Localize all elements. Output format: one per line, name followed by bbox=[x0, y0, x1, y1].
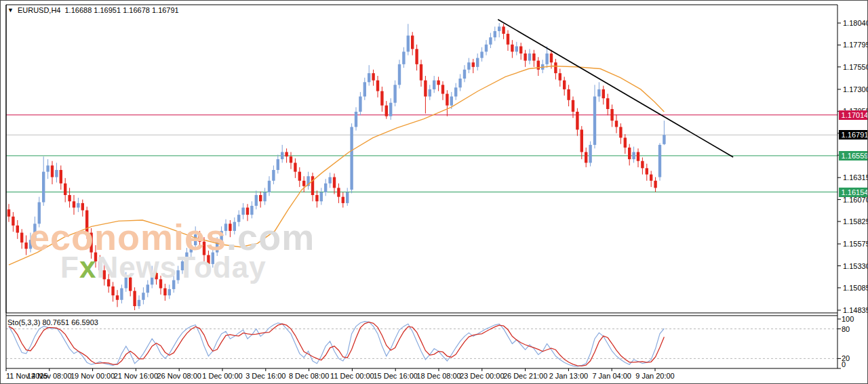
chart-window: ▼ EURUSD,H4 1.16688 1.16951 1.16678 1.16… bbox=[0, 0, 868, 384]
candle-body bbox=[632, 152, 635, 160]
date-axis-label: 26 Nov 08:00 bbox=[157, 372, 201, 380]
candle-body bbox=[94, 253, 97, 261]
candle-body bbox=[7, 209, 10, 217]
candle-body bbox=[233, 222, 236, 231]
moving-average-line bbox=[9, 66, 664, 265]
candle-body bbox=[298, 172, 301, 181]
candle-body bbox=[515, 46, 518, 51]
candle-body bbox=[485, 45, 488, 52]
date-axis-label: 14 Nov 08:00 bbox=[27, 372, 71, 380]
level-lines bbox=[6, 115, 837, 192]
chart-title-symbol: EURUSD,H4 bbox=[18, 6, 61, 14]
candle-body bbox=[480, 51, 483, 58]
candle-body bbox=[29, 240, 32, 249]
candle-body bbox=[38, 202, 41, 224]
candle-body bbox=[663, 135, 665, 144]
price-axis-label: 1.15085 bbox=[843, 284, 868, 292]
candle-body bbox=[159, 279, 162, 288]
candle-body bbox=[355, 112, 357, 127]
candle-body bbox=[350, 127, 353, 190]
price-axis-label: 1.17795 bbox=[843, 41, 868, 49]
candle-body bbox=[190, 245, 193, 253]
candle-body bbox=[185, 253, 188, 261]
candle-body bbox=[46, 165, 49, 171]
candle-body bbox=[73, 201, 75, 207]
candle-body bbox=[589, 145, 591, 163]
candle-body bbox=[511, 45, 513, 52]
date-axis-label: 2 Jan 13:00 bbox=[549, 372, 589, 380]
candle-body bbox=[559, 73, 561, 81]
candle-body bbox=[120, 289, 123, 300]
candle-body bbox=[172, 280, 175, 289]
candle-body bbox=[646, 168, 648, 174]
candle-body bbox=[24, 242, 27, 249]
candle-body bbox=[658, 145, 661, 177]
candle-body bbox=[402, 51, 405, 64]
candle-body bbox=[463, 70, 466, 79]
candle-body bbox=[281, 152, 283, 160]
candle-body bbox=[641, 161, 644, 169]
candle-body bbox=[77, 203, 79, 208]
candle-body bbox=[60, 170, 62, 184]
candle-body bbox=[580, 129, 583, 152]
candle-body bbox=[458, 79, 461, 87]
candle-body bbox=[572, 100, 574, 112]
candle-body bbox=[81, 203, 84, 211]
candle-body bbox=[489, 37, 492, 45]
candle-body bbox=[207, 255, 210, 264]
candle-body bbox=[142, 293, 144, 300]
candle-body bbox=[263, 192, 266, 201]
candle-body bbox=[415, 49, 418, 64]
price-axis-label: 1.17550 bbox=[843, 63, 868, 71]
sto-axis-label: 80 bbox=[842, 325, 850, 333]
candle-body bbox=[424, 81, 427, 97]
date-axis-label: 3 Dec 16:00 bbox=[245, 372, 285, 380]
candle-body bbox=[441, 85, 444, 93]
candle-body bbox=[246, 208, 249, 215]
date-axis-label: 15 Dec 16:00 bbox=[373, 372, 417, 380]
candle-body bbox=[628, 148, 631, 159]
price-axis-label: 1.15825 bbox=[843, 217, 868, 226]
sto-axis-label: 100 bbox=[842, 315, 854, 323]
candle-body bbox=[294, 163, 296, 171]
candle-body bbox=[163, 289, 166, 296]
candle-body bbox=[585, 152, 587, 163]
descending-trendline[interactable] bbox=[498, 20, 733, 157]
candle-body bbox=[194, 234, 197, 245]
candle-body bbox=[176, 270, 179, 280]
candle-body bbox=[133, 291, 136, 306]
candle-body bbox=[277, 159, 279, 170]
candle-body bbox=[467, 62, 470, 70]
candle-body bbox=[372, 73, 374, 81]
candle-body bbox=[567, 89, 570, 100]
candle-body bbox=[333, 177, 336, 188]
candle-body bbox=[637, 152, 639, 161]
price-badge-1.16154: 1.16154 bbox=[839, 188, 868, 197]
candle-body bbox=[168, 289, 171, 295]
candle-body bbox=[380, 91, 383, 106]
candle-body bbox=[285, 152, 288, 157]
candle-body bbox=[64, 184, 66, 195]
candle-body bbox=[155, 273, 157, 279]
candle-body bbox=[619, 127, 622, 137]
price-axis-label: 1.15330 bbox=[843, 262, 868, 270]
candle-body bbox=[146, 284, 149, 293]
candle-body bbox=[494, 31, 496, 37]
date-axis-label: 26 Dec 21:00 bbox=[503, 372, 547, 380]
candle-body bbox=[324, 184, 327, 192]
candle-body bbox=[272, 170, 275, 181]
pane-frames bbox=[6, 5, 841, 371]
date-axis-label: 23 Dec 00:00 bbox=[460, 372, 504, 380]
symbol-dropdown-icon[interactable]: ▼ bbox=[7, 7, 14, 14]
candle-body bbox=[98, 261, 101, 270]
chart-canvas[interactable] bbox=[1, 1, 868, 384]
candle-body bbox=[107, 279, 110, 286]
date-axis-label: 19 Nov 00:00 bbox=[71, 372, 115, 380]
candle-body bbox=[346, 192, 349, 203]
candle-body bbox=[433, 81, 435, 89]
sto-axis-label: 0 bbox=[842, 360, 846, 368]
candle-body bbox=[224, 223, 227, 231]
date-axis-label: 7 Jan 04:00 bbox=[592, 372, 631, 380]
stochastic-panel bbox=[6, 322, 837, 366]
candle-body bbox=[259, 195, 262, 201]
